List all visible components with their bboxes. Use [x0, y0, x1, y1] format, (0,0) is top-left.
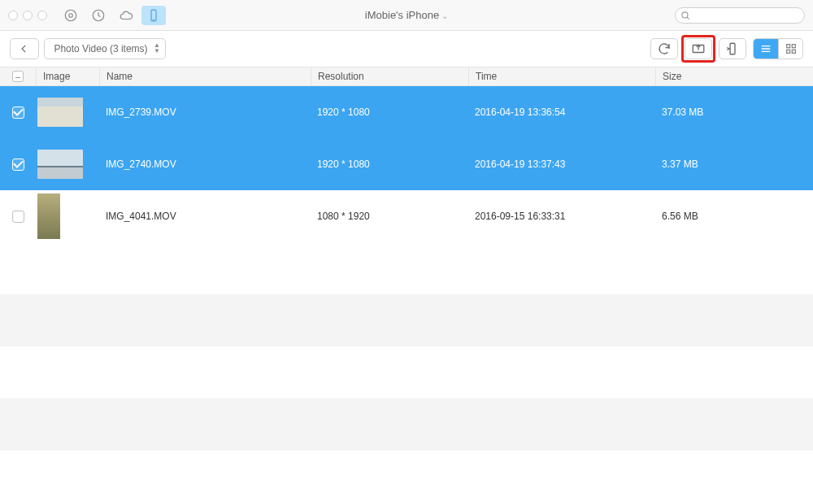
svg-rect-9 [730, 43, 735, 54]
category-dropdown[interactable]: Photo Video (3 items) ▲▼ [44, 38, 166, 59]
cell-size: 37.03 MB [655, 106, 813, 118]
table-row[interactable]: IMG_2739.MOV 1920 * 1080 2016-04-19 13:3… [0, 86, 813, 138]
source-tabs [59, 6, 166, 25]
itunes-tab[interactable] [59, 6, 83, 25]
cell-name: IMG_2740.MOV [99, 159, 311, 170]
view-toggle [753, 38, 803, 59]
column-image[interactable]: Image [36, 67, 99, 85]
svg-point-5 [682, 11, 688, 17]
send-to-device-button[interactable] [685, 38, 712, 59]
cell-resolution: 1080 * 1920 [311, 211, 468, 222]
thumbnail [37, 193, 60, 239]
svg-point-0 [65, 10, 76, 21]
history-tab[interactable] [86, 6, 111, 25]
table-body: IMG_2739.MOV 1920 * 1080 2016-04-19 13:3… [0, 86, 813, 502]
category-dropdown-label: Photo Video (3 items) [54, 43, 147, 54]
column-name[interactable]: Name [99, 67, 311, 85]
thumbnail [37, 150, 83, 179]
icloud-tab[interactable] [114, 6, 138, 25]
table-row[interactable]: IMG_4041.MOV 1080 * 1920 2016-09-15 16:3… [0, 190, 813, 242]
cell-size: 3.37 MB [655, 159, 813, 170]
thumbnail [37, 98, 83, 127]
cell-resolution: 1920 * 1080 [311, 159, 468, 170]
column-time[interactable]: Time [468, 67, 655, 85]
grid-view-button[interactable] [778, 39, 802, 59]
empty-rows [0, 242, 813, 502]
row-checkbox[interactable] [12, 211, 24, 223]
toolbar: Photo Video (3 items) ▲▼ [0, 31, 813, 67]
title-bar: iMobie's iPhone⌄ [0, 0, 813, 31]
row-checkbox[interactable] [12, 159, 24, 171]
svg-point-1 [69, 13, 73, 17]
svg-line-6 [687, 17, 689, 20]
minimize-window-dot[interactable] [23, 11, 33, 20]
list-view-button[interactable] [754, 39, 778, 59]
cell-time: 2016-04-19 13:37:43 [468, 159, 655, 170]
select-all-checkbox[interactable]: – [12, 71, 24, 82]
table-header: – Image Name Resolution Time Size [0, 67, 813, 86]
cell-name: IMG_4041.MOV [99, 211, 311, 222]
chevron-down-icon: ⌄ [441, 11, 448, 20]
row-checkbox[interactable] [12, 106, 24, 119]
cell-name: IMG_2739.MOV [99, 106, 311, 118]
search-input[interactable] [675, 7, 805, 24]
window-controls [8, 11, 47, 20]
updown-icon: ▲▼ [154, 42, 160, 54]
close-window-dot[interactable] [8, 11, 18, 20]
zoom-window-dot[interactable] [37, 11, 47, 20]
search-field-wrap [675, 7, 805, 24]
import-to-device-button[interactable] [719, 38, 746, 59]
column-size[interactable]: Size [655, 67, 813, 85]
search-icon [680, 10, 691, 21]
svg-rect-14 [792, 45, 795, 48]
cell-time: 2016-04-19 13:36:54 [468, 106, 655, 118]
window-title-text: iMobie's iPhone [365, 9, 439, 21]
svg-rect-16 [792, 50, 795, 53]
cell-resolution: 1920 * 1080 [311, 106, 468, 118]
cell-time: 2016-09-15 16:33:31 [468, 211, 655, 222]
svg-rect-15 [786, 50, 789, 53]
back-button[interactable] [10, 38, 39, 59]
svg-rect-13 [786, 45, 789, 48]
column-resolution[interactable]: Resolution [311, 67, 468, 85]
refresh-button[interactable] [650, 38, 678, 59]
iphone-tab[interactable] [141, 6, 166, 25]
cell-size: 6.56 MB [655, 211, 813, 222]
table-row[interactable]: IMG_2740.MOV 1920 * 1080 2016-04-19 13:3… [0, 138, 813, 190]
